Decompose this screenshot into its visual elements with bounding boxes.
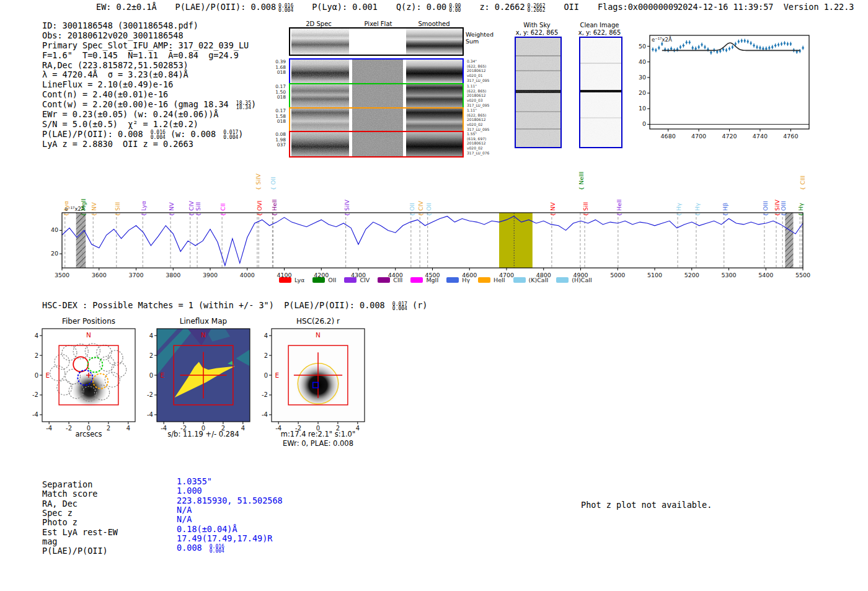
legend-item: CIV — [344, 277, 370, 283]
line-marker: { HeII — [616, 199, 622, 216]
line-marker: { NV — [549, 202, 556, 216]
spec2d-cell-2dspec — [291, 60, 349, 84]
svg-text:N: N — [316, 331, 321, 339]
match-row-label: Match score — [42, 489, 97, 499]
svg-text:-2: -2 — [262, 391, 268, 398]
legend-swatch — [478, 277, 490, 283]
match-row-label: Photo z — [42, 517, 78, 527]
svg-text:-2: -2 — [147, 391, 153, 398]
info-line: λ = 4720.4Å σ = 3.23(±0.84)Å — [42, 70, 256, 80]
legend-swatch — [312, 277, 325, 283]
spec2d-cell-smoothed — [406, 109, 463, 131]
legend-swatch — [410, 277, 423, 283]
svg-text:3900: 3900 — [203, 272, 218, 278]
line-fit-plot: 4680470047204740476001020304050e⁻¹⁷x2Å — [632, 31, 843, 146]
svg-text:40: 40 — [639, 58, 646, 65]
header-summary: EW: 0.2±0.1ÅP(LAE)/P(OII): 0.0080.0160.0… — [96, 2, 678, 13]
svg-text:4740: 4740 — [753, 133, 768, 140]
svg-text:E: E — [45, 371, 50, 379]
svg-text:3700: 3700 — [128, 272, 143, 278]
info-line: LyA z = 2.8830 OII z = 0.2663 — [42, 140, 256, 149]
with-sky-image — [515, 37, 562, 148]
info-line: EWr = 0.23(±0.05) (w: 0.24(±0.06))Å — [42, 110, 256, 120]
stacked-uncertainty: 0.0160.004 — [210, 544, 224, 554]
spec2d-row — [289, 58, 464, 85]
elixer-report-page: EW: 0.2±0.1ÅP(LAE)/P(OII): 0.0080.0160.0… — [0, 0, 868, 591]
spec2d-row-annotation: 0.34"(622, 865)20180612v020_01317_LU_095 — [467, 59, 499, 83]
spec2d-row — [289, 131, 464, 158]
spec2d-cell-smoothed — [406, 60, 463, 84]
with-sky-coords: x, y: 622, 865 — [503, 29, 571, 36]
svg-text:-4: -4 — [32, 411, 38, 418]
match-row-label: Separation — [42, 479, 92, 489]
stacked-uncertainty: 0.0160.004 — [278, 4, 293, 13]
match-row-value: 1.000 — [177, 486, 202, 495]
svg-text:5300: 5300 — [721, 272, 736, 278]
weighted-2dspec-image — [291, 29, 349, 55]
legend-swatch — [513, 277, 526, 283]
svg-text:30: 30 — [639, 74, 646, 81]
line-marker: { CII — [219, 203, 226, 216]
svg-text:2: 2 — [35, 352, 38, 359]
svg-text:3800: 3800 — [166, 272, 180, 278]
svg-text:0: 0 — [264, 372, 268, 379]
svg-text:20: 20 — [639, 89, 646, 96]
line-marker: { CIII — [799, 176, 806, 190]
stacked-uncertainty: 0.000.00 — [449, 4, 461, 13]
spec2d-row-annotation: 1.11"(622, 865)20180612v020_02317_LU_095 — [467, 108, 499, 132]
legend-swatch — [378, 277, 390, 283]
legend-item: MgII — [410, 277, 438, 283]
legend-label: (K)CaII — [529, 277, 549, 283]
stacked-uncertainty: 0.0170.004 — [223, 130, 238, 140]
line-marker: { Hγ — [675, 203, 682, 216]
clean-image-title: Clean Image — [565, 22, 634, 29]
fiber-positions-panel: -4-4-2-2002244NE — [31, 326, 146, 433]
weighted-sum-strip — [289, 27, 464, 56]
svg-text:40: 40 — [51, 226, 58, 233]
line-marker: { SiII — [114, 202, 121, 216]
svg-text:5000: 5000 — [610, 272, 625, 278]
legend-label: HeII — [494, 277, 505, 283]
spec2d-row — [289, 107, 464, 133]
info-line: RA,Dec (223.815872,51.502853) — [42, 61, 256, 71]
photz-note: Phot z plot not available. — [581, 500, 712, 510]
line-marker: { SiIV — [255, 174, 262, 190]
spec2d-row-weights: 0.391.68018 — [270, 60, 286, 76]
line-marker: { OIII — [780, 201, 787, 216]
line-marker: { Hγ — [797, 203, 804, 216]
info-line: ID: 3001186548 (3001186548.pdf) — [42, 21, 256, 31]
info-line: F=1.6" T=0.145 N̄=1.11 Ā=0.84 g=24.9 — [42, 51, 256, 61]
col-header-pixelflat: Pixel Flat — [350, 20, 406, 27]
svg-text:-4: -4 — [262, 411, 268, 418]
line-marker: { SiII — [582, 202, 589, 216]
spectrum-legend: LyαOIICIVCIIIMgIIHγHeII(K)CaII(H)CaII — [279, 277, 592, 283]
with-sky-title: With Sky — [503, 22, 571, 29]
svg-text:10: 10 — [639, 105, 646, 112]
spec2d-cell-pixelflat — [352, 132, 403, 156]
svg-text:E: E — [275, 371, 279, 379]
svg-text:0: 0 — [149, 372, 153, 379]
legend-label: Lyα — [294, 277, 304, 283]
header-item: Q(z): 0.000.000.00 — [396, 2, 461, 13]
spec2d-cell-pixelflat — [352, 109, 403, 131]
info-line: S/N = 5.0(±0.5) χ² = 1.2(±0.2) — [42, 120, 256, 130]
legend-label: OII — [328, 277, 336, 283]
line-marker: { Hβ — [722, 203, 728, 216]
svg-text:N: N — [201, 331, 206, 339]
match-row-value: 0.008 0.0160.004 — [177, 543, 224, 554]
svg-text:4000: 4000 — [240, 272, 255, 278]
svg-text:4720: 4720 — [722, 133, 737, 140]
match-row-value: 17.49(17.49,17.49)R — [177, 533, 272, 543]
legend-label: CIV — [360, 277, 370, 283]
spec2d-cell-2dspec — [291, 84, 349, 108]
match-row-value: 223.815930, 51.502568 — [177, 495, 283, 505]
svg-text:-4: -4 — [147, 411, 153, 418]
match-row-label: RA, Dec — [42, 499, 78, 509]
svg-text:50: 50 — [639, 43, 646, 50]
full-spectrum-plot: 3500360037003800390040004100420043004400… — [37, 205, 837, 279]
legend-swatch — [446, 277, 459, 283]
legend-item: (H)CaII — [556, 277, 592, 283]
lineflux-map-title: Lineflux Map — [151, 317, 256, 326]
line-marker: { CIV — [417, 201, 424, 216]
legend-swatch — [556, 277, 569, 283]
